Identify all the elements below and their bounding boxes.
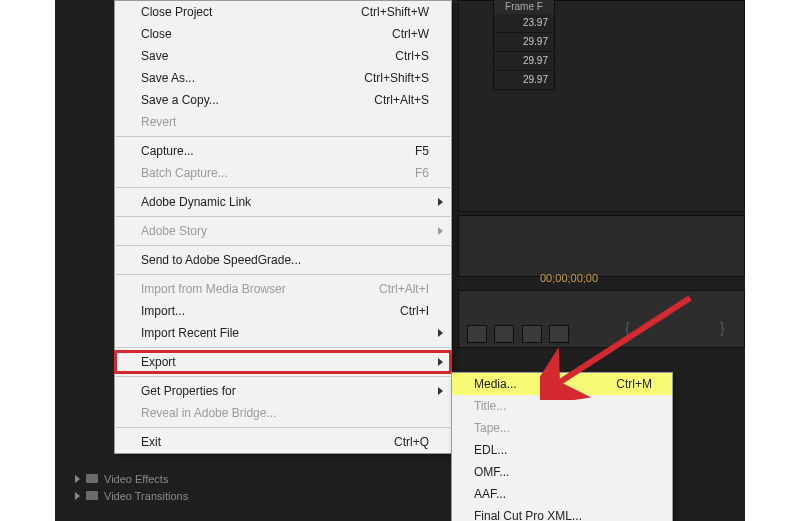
submenu-item-label: OMF... — [474, 465, 652, 479]
timeline-button[interactable] — [494, 325, 514, 343]
menu-item-shortcut: Ctrl+Alt+S — [374, 93, 429, 107]
menu-separator — [116, 245, 450, 246]
brace-left: { — [625, 320, 630, 336]
submenu-item-label: Media... — [474, 377, 586, 391]
menu-item-revert: Revert — [115, 111, 451, 133]
submenu-item-label: Title... — [474, 399, 652, 413]
frame-cell: 23.97 — [494, 14, 554, 33]
submenu-item-media[interactable]: Media...Ctrl+M — [452, 373, 672, 395]
frame-column-header: Frame F — [493, 0, 555, 15]
menu-item-label: Save As... — [141, 71, 340, 85]
menu-item-label: Close Project — [141, 5, 337, 19]
frame-cell: 29.97 — [494, 52, 554, 71]
menu-item-label: Adobe Dynamic Link — [141, 195, 429, 209]
menu-item-label: Save — [141, 49, 371, 63]
submenu-item-label: AAF... — [474, 487, 652, 501]
submenu-item-shortcut: Ctrl+M — [616, 377, 652, 391]
brace-right: } — [720, 320, 725, 336]
export-submenu[interactable]: Media...Ctrl+MTitle...Tape...EDL...OMF..… — [451, 372, 673, 521]
menu-item-shortcut: Ctrl+I — [400, 304, 429, 318]
submenu-item-title: Title... — [452, 395, 672, 417]
project-tree: Video Effects Video Transitions — [75, 470, 188, 504]
submenu-item-edl[interactable]: EDL... — [452, 439, 672, 461]
menu-item-label: Capture... — [141, 144, 391, 158]
menu-item-shortcut: Ctrl+Shift+W — [361, 5, 429, 19]
menu-item-label: Import from Media Browser — [141, 282, 355, 296]
menu-item-label: Import... — [141, 304, 376, 318]
menu-separator — [116, 136, 450, 137]
submenu-arrow-icon — [438, 387, 443, 395]
submenu-arrow-icon — [438, 358, 443, 366]
disclosure-triangle-icon — [75, 492, 80, 500]
menu-item-import-from-media-browser: Import from Media BrowserCtrl+Alt+I — [115, 278, 451, 300]
menu-item-shortcut: F6 — [415, 166, 429, 180]
menu-item-adobe-story: Adobe Story — [115, 220, 451, 242]
submenu-item-final-cut-pro-xml[interactable]: Final Cut Pro XML... — [452, 505, 672, 521]
submenu-item-aaf[interactable]: AAF... — [452, 483, 672, 505]
menu-item-label: Reveal in Adobe Bridge... — [141, 406, 429, 420]
menu-item-shortcut: Ctrl+Shift+S — [364, 71, 429, 85]
menu-item-reveal-in-adobe-bridge: Reveal in Adobe Bridge... — [115, 402, 451, 424]
menu-item-label: Close — [141, 27, 368, 41]
timecode-display: 00;00;00;00 — [540, 272, 598, 284]
timeline-toolbar — [458, 290, 745, 348]
submenu-arrow-icon — [438, 227, 443, 235]
submenu-item-tape: Tape... — [452, 417, 672, 439]
menu-item-export[interactable]: Export — [115, 351, 451, 373]
menu-item-shortcut: F5 — [415, 144, 429, 158]
menu-item-send-to-adobe-speedgrade[interactable]: Send to Adobe SpeedGrade... — [115, 249, 451, 271]
menu-item-import[interactable]: Import...Ctrl+I — [115, 300, 451, 322]
menu-item-shortcut: Ctrl+Alt+I — [379, 282, 429, 296]
menu-item-save-a-copy[interactable]: Save a Copy...Ctrl+Alt+S — [115, 89, 451, 111]
submenu-item-label: EDL... — [474, 443, 652, 457]
panel-source-monitor — [458, 215, 745, 277]
project-tree-label: Video Effects — [104, 473, 168, 485]
submenu-arrow-icon — [438, 198, 443, 206]
menu-item-label: Exit — [141, 435, 370, 449]
menu-item-save-as[interactable]: Save As...Ctrl+Shift+S — [115, 67, 451, 89]
menu-item-shortcut: Ctrl+Q — [394, 435, 429, 449]
menu-item-label: Get Properties for — [141, 384, 429, 398]
menu-item-label: Adobe Story — [141, 224, 429, 238]
frame-column: 23.97 29.97 29.97 29.97 — [493, 14, 555, 90]
menu-separator — [116, 274, 450, 275]
menu-item-adobe-dynamic-link[interactable]: Adobe Dynamic Link — [115, 191, 451, 213]
project-tree-item[interactable]: Video Effects — [75, 470, 188, 487]
menu-item-label: Batch Capture... — [141, 166, 391, 180]
menu-item-label: Import Recent File — [141, 326, 429, 340]
menu-separator — [116, 347, 450, 348]
menu-item-capture[interactable]: Capture...F5 — [115, 140, 451, 162]
menu-item-shortcut: Ctrl+W — [392, 27, 429, 41]
menu-item-exit[interactable]: ExitCtrl+Q — [115, 431, 451, 453]
disclosure-triangle-icon — [75, 475, 80, 483]
frame-cell: 29.97 — [494, 71, 554, 90]
project-tree-item[interactable]: Video Transitions — [75, 487, 188, 504]
timeline-button[interactable] — [549, 325, 569, 343]
menu-item-close-project[interactable]: Close ProjectCtrl+Shift+W — [115, 1, 451, 23]
menu-item-save[interactable]: SaveCtrl+S — [115, 45, 451, 67]
menu-item-label: Revert — [141, 115, 429, 129]
menu-item-batch-capture: Batch Capture...F6 — [115, 162, 451, 184]
submenu-item-label: Tape... — [474, 421, 652, 435]
menu-item-label: Save a Copy... — [141, 93, 350, 107]
timeline-button[interactable] — [467, 325, 487, 343]
menu-item-close[interactable]: CloseCtrl+W — [115, 23, 451, 45]
menu-separator — [116, 376, 450, 377]
timeline-button[interactable] — [522, 325, 542, 343]
project-tree-label: Video Transitions — [104, 490, 188, 502]
menu-item-get-properties-for[interactable]: Get Properties for — [115, 380, 451, 402]
menu-separator — [116, 216, 450, 217]
menu-item-shortcut: Ctrl+S — [395, 49, 429, 63]
menu-separator — [116, 187, 450, 188]
folder-icon — [86, 491, 98, 500]
submenu-item-label: Final Cut Pro XML... — [474, 509, 652, 521]
folder-icon — [86, 474, 98, 483]
menu-item-label: Export — [141, 355, 429, 369]
menu-item-label: Send to Adobe SpeedGrade... — [141, 253, 429, 267]
menu-item-import-recent-file[interactable]: Import Recent File — [115, 322, 451, 344]
frame-cell: 29.97 — [494, 33, 554, 52]
submenu-arrow-icon — [438, 329, 443, 337]
file-menu[interactable]: Close ProjectCtrl+Shift+WCloseCtrl+WSave… — [114, 0, 452, 454]
menu-separator — [116, 427, 450, 428]
submenu-item-omf[interactable]: OMF... — [452, 461, 672, 483]
